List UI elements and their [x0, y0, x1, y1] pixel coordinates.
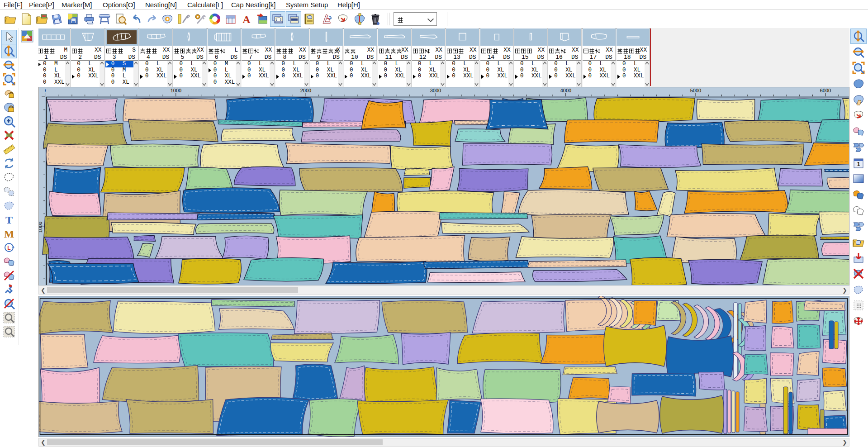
- svg-text:3000: 3000: [430, 88, 441, 93]
- svg-text:6000: 6000: [820, 88, 831, 93]
- svg-text:L: L: [7, 245, 10, 251]
- svg-text:1000: 1000: [171, 88, 181, 93]
- svg-text:2000: 2000: [300, 88, 311, 93]
- svg-text:1: 1: [857, 161, 860, 167]
- svg-text:5000: 5000: [690, 88, 701, 93]
- svg-text:A: A: [242, 14, 251, 25]
- svg-text:4000: 4000: [560, 88, 571, 93]
- svg-text:T: T: [5, 214, 13, 226]
- svg-text:1000: 1000: [39, 222, 43, 233]
- svg-text:M: M: [4, 228, 14, 240]
